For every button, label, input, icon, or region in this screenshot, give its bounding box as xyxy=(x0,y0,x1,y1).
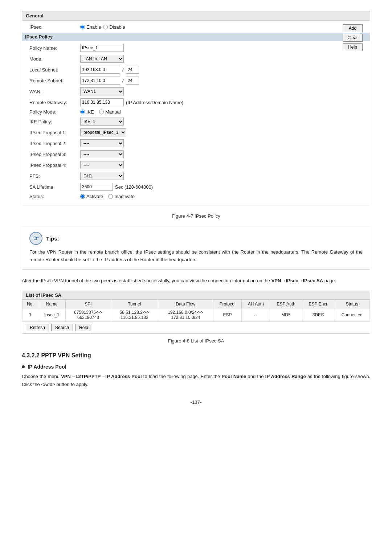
ipsec-enable-label: Enable xyxy=(86,24,101,30)
col-protocol: Protocol xyxy=(213,300,241,308)
col-ahauth: AH Auth xyxy=(242,300,270,308)
ike-policy-field: IKE_1 xyxy=(80,118,124,126)
ip-pool-bold2: IP Address Range xyxy=(265,374,306,379)
ipsec-proposal1-label: IPsec Proposal 1: xyxy=(29,130,80,135)
policy-mode-field: IKE Manual xyxy=(80,109,121,115)
ipsec-enable-field: Enable Disable xyxy=(80,24,125,30)
cell-protocol: ESP xyxy=(213,308,241,321)
remote-subnet-mask[interactable] xyxy=(126,77,139,85)
wan-select[interactable]: WAN1 xyxy=(80,87,124,95)
status-activate-input[interactable] xyxy=(80,194,85,199)
local-subnet-label: Local Subnet: xyxy=(29,67,80,73)
body-text-link: VPN→IPsec→IPsec SA xyxy=(271,278,323,283)
ipsec-proposal2-select[interactable]: ---- xyxy=(80,139,124,147)
form-body: IPsec: Enable Disable Save IPsec Policy xyxy=(22,21,370,206)
add-button[interactable]: Add xyxy=(343,24,363,32)
cell-espauth: MD5 xyxy=(270,308,302,321)
ipsec-disable-input[interactable] xyxy=(103,25,108,29)
tips-text: For the VPN Router in the remote branch … xyxy=(29,249,363,264)
tips-title: Tips: xyxy=(46,235,59,242)
ipsec-disable-label: Disable xyxy=(109,24,125,30)
status-inactivate-label: Inactivate xyxy=(114,194,135,199)
col-espauth: ESP Auth xyxy=(270,300,302,308)
sa-table: No. Name SPI Tunnel Data Flow Protocol A… xyxy=(22,300,370,322)
col-espencr: ESP Encr xyxy=(302,300,334,308)
sa-lifetime-note: Sec (120-604800) xyxy=(115,184,153,190)
ipsec-proposal3-field: ---- xyxy=(80,150,124,158)
ip-pool-paragraph: Choose the menu VPN→L2TP/PPTP→IP Address… xyxy=(22,373,370,389)
refresh-button[interactable]: Refresh xyxy=(26,324,49,331)
table-buttons: Refresh Search Help xyxy=(22,322,370,333)
ipsec-proposal1-field: proposal_IPsec_1 xyxy=(80,128,126,136)
ipsec-enable-input[interactable] xyxy=(80,25,85,29)
help-button[interactable]: Help xyxy=(343,43,363,51)
cell-ahauth: --- xyxy=(242,308,270,321)
remote-subnet-field: / xyxy=(80,77,139,85)
general-section-header: General xyxy=(22,11,370,21)
remote-gateway-input[interactable] xyxy=(80,98,124,106)
pfs-select[interactable]: DH1 xyxy=(80,172,124,180)
wan-field: WAN1 xyxy=(80,87,124,95)
policy-name-input[interactable] xyxy=(80,44,124,52)
policy-mode-ike[interactable]: IKE xyxy=(80,109,94,115)
mode-field: LAN-to-LAN xyxy=(80,55,124,63)
ike-policy-label: IKE Policy: xyxy=(29,119,80,124)
pfs-row: PFS: DH1 xyxy=(29,172,363,180)
page-content: General IPsec: Enable Disable Save xyxy=(22,11,370,405)
ipsec-proposal2-label: IPsec Proposal 2: xyxy=(29,141,80,146)
sa-lifetime-field: Sec (120-604800) xyxy=(80,183,153,191)
ipsec-proposal1-select[interactable]: proposal_IPsec_1 xyxy=(80,128,126,136)
policy-mode-manual[interactable]: Manual xyxy=(99,109,121,115)
ipsec-general-row: IPsec: Enable Disable Save xyxy=(29,24,363,30)
status-inactivate[interactable]: Inactivate xyxy=(108,194,135,199)
sa-lifetime-input[interactable] xyxy=(80,183,113,191)
policy-mode-manual-label: Manual xyxy=(105,109,121,115)
remote-subnet-label: Remote Subnet: xyxy=(29,78,80,83)
figure8-caption: Figure 4-8 List of IPsec SA xyxy=(22,338,370,344)
remote-gateway-row: Remote Gateway: (IP Address/Domain Name) xyxy=(29,98,363,106)
cell-spi: 675813875<->663190743 xyxy=(66,308,111,321)
local-subnet-input[interactable] xyxy=(80,66,120,74)
tips-box: ☞ Tips: For the VPN Router in the remote… xyxy=(22,226,370,270)
ike-policy-select[interactable]: IKE_1 xyxy=(80,118,124,126)
local-subnet-mask[interactable] xyxy=(126,66,139,74)
remote-gateway-field: (IP Address/Domain Name) xyxy=(80,98,183,106)
remote-subnet-input[interactable] xyxy=(80,77,120,85)
status-label: Status: xyxy=(29,194,80,199)
search-button[interactable]: Search xyxy=(51,324,73,331)
cell-espencr: 3DES xyxy=(302,308,334,321)
ipsec-proposal4-select[interactable]: ---- xyxy=(80,161,124,169)
tips-header: ☞ Tips: xyxy=(29,232,363,245)
section-422-heading: 4.3.2.2 PPTP VPN Setting xyxy=(22,352,370,359)
ipsec-proposal3-row: IPsec Proposal 3: ---- xyxy=(29,150,363,158)
policy-mode-ike-input[interactable] xyxy=(80,110,85,114)
ipsec-proposal3-label: IPsec Proposal 3: xyxy=(29,152,80,157)
ip-pool-heading-text: IP Address Pool xyxy=(28,364,66,370)
ipsec-proposal3-select[interactable]: ---- xyxy=(80,150,124,158)
tips-icon: ☞ xyxy=(29,232,42,245)
local-subnet-row: Local Subnet: / xyxy=(29,66,363,74)
policy-mode-row: Policy Mode: IKE Manual xyxy=(29,109,363,115)
status-row: Status: Activate Inactivate xyxy=(29,194,363,199)
sa-help-button[interactable]: Help xyxy=(75,324,92,331)
ipsec-enable-radio[interactable]: Enable xyxy=(80,24,101,30)
remote-subnet-slash: / xyxy=(122,78,124,83)
pfs-label: PFS: xyxy=(29,173,80,179)
sa-table-header: List of IPsec SA xyxy=(22,291,370,300)
status-field: Activate Inactivate xyxy=(80,194,135,199)
col-no: No. xyxy=(23,300,38,308)
mode-select[interactable]: LAN-to-LAN xyxy=(80,55,124,63)
clear-button[interactable]: Clear xyxy=(343,34,363,42)
pfs-field: DH1 xyxy=(80,172,124,180)
ipsec-sa-table-box: List of IPsec SA No. Name SPI Tunnel Dat… xyxy=(22,291,370,334)
policy-mode-manual-input[interactable] xyxy=(99,110,104,114)
status-inactivate-input[interactable] xyxy=(108,194,113,199)
remote-gateway-label: Remote Gateway: xyxy=(29,100,80,105)
ip-pool-heading: IP Address Pool xyxy=(22,364,370,370)
local-subnet-slash: / xyxy=(122,67,124,73)
status-activate[interactable]: Activate xyxy=(80,194,103,199)
ipsec-proposal2-field: ---- xyxy=(80,139,124,147)
cell-no: 1 xyxy=(23,308,38,321)
ipsec-disable-radio[interactable]: Disable xyxy=(103,24,125,30)
ipsec-proposal4-field: ---- xyxy=(80,161,124,169)
